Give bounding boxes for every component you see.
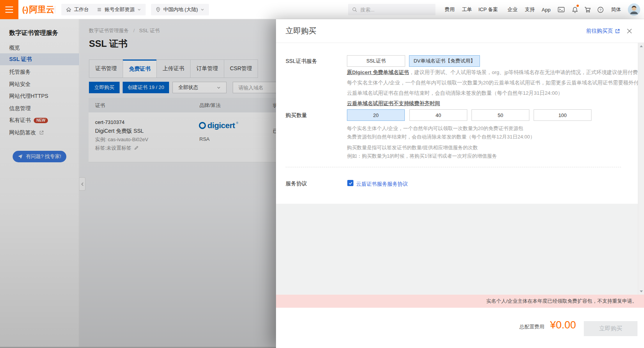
sidebar-item-hosting[interactable]: 托管服务 [0, 66, 79, 78]
aliyun-logo-text: 阿里云 [29, 4, 54, 15]
quantity-label: 购买数量 [286, 112, 307, 119]
digicert-logo: digicert ® [199, 121, 238, 130]
tab-free-cert[interactable]: 免费证书 [123, 59, 157, 78]
nav-support[interactable]: 支持 [525, 0, 535, 19]
search-input[interactable] [360, 7, 426, 13]
buy-now-button[interactable]: 立即购买 [89, 82, 120, 93]
workbench-button[interactable]: 工作台 [61, 4, 94, 15]
edit-pencil-icon[interactable] [134, 145, 139, 150]
drawer-body: SSL证书服务 SSL证书 DV单域名证书【免费试用】 原DIgicert 免费… [276, 19, 644, 204]
sidebar: 数字证书管理服务 概览 SSL 证书 托管服务 网站安全 网站代理HTTPS 信… [0, 19, 79, 348]
cert-tag[interactable]: 标签:未设置标签 [95, 145, 139, 152]
search-icon [352, 7, 357, 12]
nav-icp[interactable]: ICP 备案 [478, 0, 498, 19]
total-label: 总配置费用 [519, 323, 544, 330]
bell-icon[interactable] [572, 7, 578, 13]
home-icon [66, 7, 71, 12]
location-icon [156, 7, 161, 12]
notice-bar: 实名个人/企业主体在本年度已经领取免费扩容包，不支持重复申请。 [276, 295, 644, 308]
sidebar-item-private-cert[interactable]: 私有证书 NEW [0, 114, 79, 126]
service-label: SSL证书服务 [286, 58, 317, 65]
quantity-option-50[interactable]: 50 [472, 109, 529, 121]
sidebar-title: 数字证书管理服务 [9, 29, 58, 37]
external-link-icon [39, 130, 44, 135]
terminal-icon[interactable] [558, 7, 565, 13]
tab-upload-cert[interactable]: 上传证书 [156, 59, 191, 78]
chevron-down-icon [137, 8, 141, 12]
nav-app[interactable]: App [542, 0, 550, 19]
breadcrumb: 数字证书管理服务 / SSL 证书 [89, 27, 160, 34]
submit-buy-button[interactable]: 立即购买 [584, 321, 637, 336]
cert-algorithm: RSA [199, 136, 210, 142]
scroll-up-arrow[interactable] [640, 45, 643, 47]
sidebar-collapse-handle[interactable] [79, 177, 85, 191]
chevron-down-icon [200, 8, 204, 12]
col-brand: 品牌/算法 [199, 102, 221, 109]
aliyun-logo[interactable]: (-) 阿里云 [22, 0, 54, 19]
aliyun-logo-icon: (-) [22, 5, 28, 14]
service-description: 原DIgicert 免费单域名证书，建议用于测试、个人试用等场景，org、jp等… [347, 67, 644, 109]
notification-dot [577, 5, 579, 7]
agreement-checkbox[interactable] [347, 180, 353, 186]
quantity-notes-1: 每个实名主体个人/企业，一个自然年内可以领取一次数量为20的免费证书资源包 免费… [347, 124, 535, 141]
drawer-footer: 总配置费用 ¥0.00 立即购买 [276, 308, 644, 348]
chevron-down-icon [217, 86, 221, 90]
quantity-option-40[interactable]: 40 [409, 109, 467, 121]
nav-ticket[interactable]: 工单 [462, 0, 472, 19]
ask-expert-button[interactable]: 有问题? 找专家! [13, 151, 66, 162]
quantity-option-20[interactable]: 20 [347, 109, 405, 121]
breadcrumb-current: SSL 证书 [139, 28, 160, 33]
service-option-ssl[interactable]: SSL证书 [347, 55, 405, 67]
region-dropdown[interactable]: 中国内地 (大陆) [151, 4, 209, 15]
quantity-option-100[interactable]: 100 [534, 109, 591, 121]
global-search[interactable] [348, 4, 435, 15]
agreement-link[interactable]: 云盾证书服务服务协议 [356, 181, 408, 188]
agreement-label: 服务协议 [286, 180, 307, 187]
sidebar-item-website-security[interactable]: 网站安全 [0, 78, 79, 90]
cert-id: cert-7310374 [95, 119, 125, 125]
resources-icon [97, 7, 102, 12]
paper-plane-icon [18, 154, 23, 159]
tab-order-mgmt[interactable]: 订单管理 [190, 59, 224, 78]
nav-divider [55, 6, 55, 13]
cert-name: DigiCert 免费版 SSL [95, 128, 144, 135]
language-switch[interactable]: 简体 [611, 0, 621, 19]
col-cert: 证书 [95, 102, 105, 109]
nav-enterprise[interactable]: 企业 [508, 0, 518, 19]
sidebar-item-info-mgmt[interactable]: 信息管理 [0, 102, 79, 114]
create-cert-button[interactable]: 创建证书 19 / 20 [123, 82, 169, 93]
tab-csr-mgmt[interactable]: CSR管理 [224, 59, 258, 78]
nav-billing[interactable]: 费用 [445, 0, 455, 19]
table-row[interactable]: cert-7310374 DigiCert 免费版 SSL 实例: cas-iv… [89, 112, 284, 162]
new-badge: NEW [34, 118, 48, 123]
scroll-down-arrow[interactable] [640, 290, 643, 292]
buy-drawer: 立即购买 前往购买页 SSL证书服务 SSL证书 DV单域名证书【免费试用】 原… [276, 19, 644, 348]
top-navbar: (-) 阿里云 工作台 账号全部资源 中国内地 (大陆) 费用 工单 ICP 备… [0, 0, 644, 19]
tab-cert-mgmt[interactable]: 证书管理 [89, 59, 123, 78]
drawer-gray-area [276, 204, 644, 295]
quantity-notes-2: 购买数量是指可以签发证书的数量/提供相应增值服务的次数 例如：购买数量为1的时候… [347, 143, 497, 160]
breadcrumb-root[interactable]: 数字证书管理服务 [89, 28, 129, 33]
status-filter-select[interactable]: 全部状态 [172, 82, 227, 93]
cart-icon[interactable] [584, 7, 591, 13]
page-title: SSL 证书 [89, 38, 128, 50]
hamburger-menu-icon[interactable] [0, 0, 18, 19]
sidebar-item-ssl-cert[interactable]: SSL 证书 [0, 53, 79, 65]
avatar[interactable] [628, 3, 640, 16]
service-option-dv-free[interactable]: DV单域名证书【免费试用】 [409, 55, 480, 67]
table-header: 证书 品牌/算法 状态 [89, 98, 284, 112]
check-icon [348, 181, 353, 185]
drawer-scrollbar[interactable] [638, 43, 644, 295]
resources-dropdown[interactable]: 账号全部资源 [92, 4, 146, 15]
help-icon[interactable]: ? [597, 7, 604, 13]
total-price: ¥0.00 [550, 319, 576, 331]
dashed-divider [286, 167, 621, 167]
sidebar-item-anti-tamper[interactable]: 网站防篡改 [0, 127, 79, 139]
svg-text:?: ? [600, 8, 601, 12]
sidebar-item-overview[interactable]: 概览 [0, 42, 79, 54]
cert-instance: 实例: cas-ivauto-Bi02eV [95, 136, 148, 143]
sidebar-item-proxy-https[interactable]: 网站代理HTTPS [0, 90, 79, 102]
app-root: (-) 阿里云 工作台 账号全部资源 中国内地 (大陆) 费用 工单 ICP 备… [0, 0, 644, 348]
